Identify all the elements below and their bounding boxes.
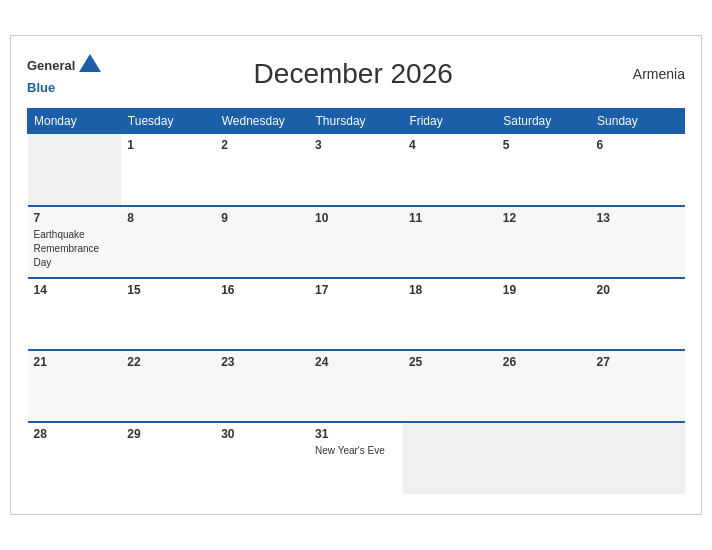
calendar-day: 23 <box>215 350 309 422</box>
day-number: 10 <box>315 211 397 225</box>
calendar-day: 6 <box>591 134 685 206</box>
calendar-day: 19 <box>497 278 591 350</box>
svg-marker-0 <box>79 54 101 72</box>
logo: General Blue <box>27 52 101 96</box>
calendar-day: 4 <box>403 134 497 206</box>
calendar-day: 5 <box>497 134 591 206</box>
day-number: 13 <box>597 211 679 225</box>
calendar-day <box>591 422 685 494</box>
calendar-day: 1 <box>121 134 215 206</box>
calendar-day: 20 <box>591 278 685 350</box>
calendar-day <box>28 134 122 206</box>
calendar-day: 28 <box>28 422 122 494</box>
calendar-day: 7Earthquake Remembrance Day <box>28 206 122 278</box>
day-number: 22 <box>127 355 209 369</box>
day-number: 7 <box>34 211 116 225</box>
day-number: 6 <box>597 138 679 152</box>
calendar-day: 18 <box>403 278 497 350</box>
header-monday: Monday <box>28 109 122 134</box>
calendar-day: 31New Year's Eve <box>309 422 403 494</box>
calendar-day: 10 <box>309 206 403 278</box>
day-number: 4 <box>409 138 491 152</box>
day-number: 15 <box>127 283 209 297</box>
calendar-week-row: 28293031New Year's Eve <box>28 422 685 494</box>
header-thursday: Thursday <box>309 109 403 134</box>
calendar-week-row: 123456 <box>28 134 685 206</box>
day-number: 21 <box>34 355 116 369</box>
header-tuesday: Tuesday <box>121 109 215 134</box>
day-number: 23 <box>221 355 303 369</box>
calendar-day: 2 <box>215 134 309 206</box>
calendar-day: 11 <box>403 206 497 278</box>
day-number: 28 <box>34 427 116 441</box>
event-text: Earthquake Remembrance Day <box>34 229 100 268</box>
calendar-day <box>403 422 497 494</box>
day-number: 29 <box>127 427 209 441</box>
calendar-week-row: 21222324252627 <box>28 350 685 422</box>
header-friday: Friday <box>403 109 497 134</box>
calendar-day: 30 <box>215 422 309 494</box>
day-number: 8 <box>127 211 209 225</box>
calendar-header: General Blue December 2026 Armenia <box>27 52 685 96</box>
calendar-day <box>497 422 591 494</box>
day-number: 3 <box>315 138 397 152</box>
calendar-day: 3 <box>309 134 403 206</box>
day-number: 14 <box>34 283 116 297</box>
calendar-container: General Blue December 2026 Armenia Monda… <box>10 35 702 515</box>
calendar-day: 24 <box>309 350 403 422</box>
calendar-day: 15 <box>121 278 215 350</box>
header-sunday: Sunday <box>591 109 685 134</box>
calendar-day: 8 <box>121 206 215 278</box>
header-saturday: Saturday <box>497 109 591 134</box>
day-number: 27 <box>597 355 679 369</box>
calendar-day: 12 <box>497 206 591 278</box>
header-wednesday: Wednesday <box>215 109 309 134</box>
calendar-day: 9 <box>215 206 309 278</box>
calendar-day: 21 <box>28 350 122 422</box>
calendar-grid: Monday Tuesday Wednesday Thursday Friday… <box>27 108 685 494</box>
day-number: 16 <box>221 283 303 297</box>
day-number: 12 <box>503 211 585 225</box>
day-number: 2 <box>221 138 303 152</box>
weekday-header-row: Monday Tuesday Wednesday Thursday Friday… <box>28 109 685 134</box>
logo-triangle-icon <box>79 52 101 74</box>
day-number: 1 <box>127 138 209 152</box>
day-number: 26 <box>503 355 585 369</box>
country-label: Armenia <box>605 66 685 82</box>
logo-blue-text: Blue <box>27 80 55 95</box>
day-number: 25 <box>409 355 491 369</box>
day-number: 9 <box>221 211 303 225</box>
calendar-day: 17 <box>309 278 403 350</box>
event-text: New Year's Eve <box>315 445 385 456</box>
day-number: 17 <box>315 283 397 297</box>
day-number: 31 <box>315 427 397 441</box>
day-number: 11 <box>409 211 491 225</box>
calendar-day: 29 <box>121 422 215 494</box>
calendar-day: 14 <box>28 278 122 350</box>
calendar-day: 13 <box>591 206 685 278</box>
day-number: 24 <box>315 355 397 369</box>
calendar-day: 25 <box>403 350 497 422</box>
calendar-day: 22 <box>121 350 215 422</box>
day-number: 19 <box>503 283 585 297</box>
calendar-day: 16 <box>215 278 309 350</box>
day-number: 5 <box>503 138 585 152</box>
calendar-week-row: 7Earthquake Remembrance Day8910111213 <box>28 206 685 278</box>
day-number: 20 <box>597 283 679 297</box>
calendar-week-row: 14151617181920 <box>28 278 685 350</box>
logo-general-text: General <box>27 58 75 73</box>
calendar-day: 26 <box>497 350 591 422</box>
calendar-day: 27 <box>591 350 685 422</box>
day-number: 30 <box>221 427 303 441</box>
day-number: 18 <box>409 283 491 297</box>
month-title: December 2026 <box>101 58 605 90</box>
